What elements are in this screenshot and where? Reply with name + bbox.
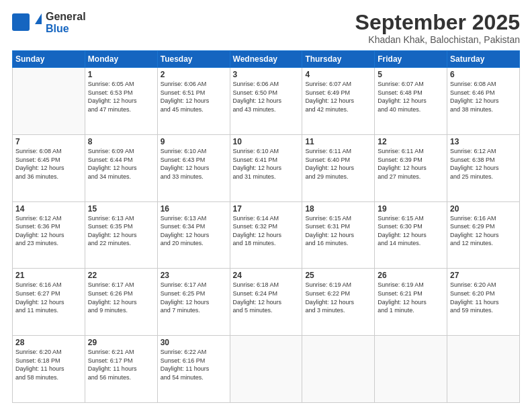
calendar-cell: 2Sunrise: 6:06 AM Sunset: 6:51 PM Daylig… <box>157 68 230 135</box>
day-info: Sunrise: 6:20 AM Sunset: 6:18 PM Dayligh… <box>15 348 82 381</box>
calendar-cell: 11Sunrise: 6:11 AM Sunset: 6:40 PM Dayli… <box>302 134 375 201</box>
day-number: 18 <box>305 204 371 214</box>
calendar-cell: 6Sunrise: 6:08 AM Sunset: 6:46 PM Daylig… <box>447 68 520 135</box>
day-number: 3 <box>233 70 300 79</box>
logo-general: General <box>46 11 86 23</box>
day-number: 29 <box>88 338 154 347</box>
day-info: Sunrise: 6:20 AM Sunset: 6:20 PM Dayligh… <box>450 281 517 314</box>
day-number: 10 <box>233 137 300 146</box>
calendar-cell: 27Sunrise: 6:20 AM Sunset: 6:20 PM Dayli… <box>447 269 520 336</box>
day-header-wednesday: Wednesday <box>230 51 302 68</box>
day-number: 11 <box>305 137 371 146</box>
day-info: Sunrise: 6:12 AM Sunset: 6:38 PM Dayligh… <box>450 147 517 181</box>
logo-blue: Blue <box>46 23 86 35</box>
calendar-cell: 24Sunrise: 6:18 AM Sunset: 6:24 PM Dayli… <box>230 269 302 336</box>
day-number: 4 <box>305 70 371 79</box>
calendar-cell: 8Sunrise: 6:09 AM Sunset: 6:44 PM Daylig… <box>85 134 157 201</box>
calendar-cell: 21Sunrise: 6:16 AM Sunset: 6:27 PM Dayli… <box>13 269 85 336</box>
day-number: 15 <box>88 204 154 214</box>
day-info: Sunrise: 6:08 AM Sunset: 6:46 PM Dayligh… <box>450 80 517 113</box>
page: General Blue September 2025 Khadan Khak,… <box>0 0 532 411</box>
calendar-cell: 22Sunrise: 6:17 AM Sunset: 6:26 PM Dayli… <box>85 269 157 336</box>
calendar-cell <box>375 336 447 403</box>
day-info: Sunrise: 6:19 AM Sunset: 6:22 PM Dayligh… <box>305 281 371 314</box>
day-number: 19 <box>378 204 444 214</box>
day-number: 1 <box>88 70 154 79</box>
calendar-week-2: 7Sunrise: 6:08 AM Sunset: 6:45 PM Daylig… <box>13 134 520 201</box>
calendar-cell: 16Sunrise: 6:13 AM Sunset: 6:34 PM Dayli… <box>157 201 230 269</box>
day-number: 28 <box>15 338 82 347</box>
location-subtitle: Khadan Khak, Balochistan, Pakistan <box>355 34 520 45</box>
day-number: 8 <box>88 137 154 146</box>
day-info: Sunrise: 6:11 AM Sunset: 6:39 PM Dayligh… <box>378 147 444 181</box>
calendar-cell: 28Sunrise: 6:20 AM Sunset: 6:18 PM Dayli… <box>13 336 85 403</box>
calendar-cell: 12Sunrise: 6:11 AM Sunset: 6:39 PM Dayli… <box>375 134 447 201</box>
calendar-cell: 30Sunrise: 6:22 AM Sunset: 6:16 PM Dayli… <box>157 336 230 403</box>
day-info: Sunrise: 6:16 AM Sunset: 6:27 PM Dayligh… <box>15 281 82 314</box>
day-number: 25 <box>305 271 371 280</box>
day-info: Sunrise: 6:10 AM Sunset: 6:41 PM Dayligh… <box>233 147 300 181</box>
day-info: Sunrise: 6:14 AM Sunset: 6:32 PM Dayligh… <box>233 214 300 248</box>
calendar-cell: 13Sunrise: 6:12 AM Sunset: 6:38 PM Dayli… <box>447 134 520 201</box>
day-info: Sunrise: 6:11 AM Sunset: 6:40 PM Dayligh… <box>305 147 371 181</box>
calendar-cell: 25Sunrise: 6:19 AM Sunset: 6:22 PM Dayli… <box>302 269 375 336</box>
calendar-cell: 5Sunrise: 6:07 AM Sunset: 6:48 PM Daylig… <box>375 68 447 135</box>
day-info: Sunrise: 6:13 AM Sunset: 6:34 PM Dayligh… <box>161 214 227 248</box>
day-number: 30 <box>161 338 227 347</box>
calendar-cell: 7Sunrise: 6:08 AM Sunset: 6:45 PM Daylig… <box>13 134 85 201</box>
calendar-week-4: 21Sunrise: 6:16 AM Sunset: 6:27 PM Dayli… <box>13 269 520 336</box>
day-info: Sunrise: 6:09 AM Sunset: 6:44 PM Dayligh… <box>88 147 154 181</box>
day-number: 27 <box>450 271 517 280</box>
calendar-cell: 9Sunrise: 6:10 AM Sunset: 6:43 PM Daylig… <box>157 134 230 201</box>
day-number: 9 <box>161 137 227 146</box>
day-info: Sunrise: 6:06 AM Sunset: 6:50 PM Dayligh… <box>233 80 300 113</box>
calendar-cell: 29Sunrise: 6:21 AM Sunset: 6:17 PM Dayli… <box>85 336 157 403</box>
day-info: Sunrise: 6:13 AM Sunset: 6:35 PM Dayligh… <box>88 214 154 248</box>
calendar-cell: 23Sunrise: 6:17 AM Sunset: 6:25 PM Dayli… <box>157 269 230 336</box>
day-info: Sunrise: 6:17 AM Sunset: 6:25 PM Dayligh… <box>161 281 227 314</box>
title-section: September 2025 Khadan Khak, Balochistan,… <box>355 11 520 45</box>
day-info: Sunrise: 6:08 AM Sunset: 6:45 PM Dayligh… <box>15 147 82 181</box>
day-number: 5 <box>378 70 444 79</box>
day-header-tuesday: Tuesday <box>157 51 230 68</box>
calendar-cell: 10Sunrise: 6:10 AM Sunset: 6:41 PM Dayli… <box>230 134 302 201</box>
calendar-cell: 19Sunrise: 6:15 AM Sunset: 6:30 PM Dayli… <box>375 201 447 269</box>
calendar-header-row: SundayMondayTuesdayWednesdayThursdayFrid… <box>13 51 520 68</box>
day-header-thursday: Thursday <box>302 51 375 68</box>
day-number: 17 <box>233 204 300 214</box>
calendar-cell: 26Sunrise: 6:19 AM Sunset: 6:21 PM Dayli… <box>375 269 447 336</box>
calendar-cell: 18Sunrise: 6:15 AM Sunset: 6:31 PM Dayli… <box>302 201 375 269</box>
day-number: 6 <box>450 70 517 79</box>
day-info: Sunrise: 6:07 AM Sunset: 6:48 PM Dayligh… <box>378 80 444 113</box>
day-info: Sunrise: 6:05 AM Sunset: 6:53 PM Dayligh… <box>88 80 154 113</box>
day-header-friday: Friday <box>375 51 447 68</box>
day-header-sunday: Sunday <box>13 51 85 68</box>
month-title: September 2025 <box>355 11 520 34</box>
day-number: 20 <box>450 204 517 214</box>
calendar-cell: 4Sunrise: 6:07 AM Sunset: 6:49 PM Daylig… <box>302 68 375 135</box>
calendar-cell: 14Sunrise: 6:12 AM Sunset: 6:36 PM Dayli… <box>13 201 85 269</box>
day-number: 23 <box>161 271 227 280</box>
day-info: Sunrise: 6:15 AM Sunset: 6:31 PM Dayligh… <box>305 214 371 248</box>
calendar-cell: 1Sunrise: 6:05 AM Sunset: 6:53 PM Daylig… <box>85 68 157 135</box>
day-info: Sunrise: 6:17 AM Sunset: 6:26 PM Dayligh… <box>88 281 154 314</box>
day-info: Sunrise: 6:19 AM Sunset: 6:21 PM Dayligh… <box>378 281 444 314</box>
calendar-cell: 20Sunrise: 6:16 AM Sunset: 6:29 PM Dayli… <box>447 201 520 269</box>
calendar-week-3: 14Sunrise: 6:12 AM Sunset: 6:36 PM Dayli… <box>13 201 520 269</box>
day-header-saturday: Saturday <box>447 51 520 68</box>
day-number: 12 <box>378 137 444 146</box>
day-number: 21 <box>15 271 82 280</box>
day-info: Sunrise: 6:07 AM Sunset: 6:49 PM Dayligh… <box>305 80 371 113</box>
day-number: 16 <box>161 204 227 214</box>
day-info: Sunrise: 6:22 AM Sunset: 6:16 PM Dayligh… <box>161 348 227 381</box>
day-info: Sunrise: 6:18 AM Sunset: 6:24 PM Dayligh… <box>233 281 300 314</box>
calendar-table: SundayMondayTuesdayWednesdayThursdayFrid… <box>12 50 520 403</box>
day-number: 22 <box>88 271 154 280</box>
day-info: Sunrise: 6:16 AM Sunset: 6:29 PM Dayligh… <box>450 214 517 248</box>
calendar-cell: 17Sunrise: 6:14 AM Sunset: 6:32 PM Dayli… <box>230 201 302 269</box>
day-info: Sunrise: 6:21 AM Sunset: 6:17 PM Dayligh… <box>88 348 154 381</box>
day-number: 7 <box>15 137 82 146</box>
day-number: 26 <box>378 271 444 280</box>
logo: General Blue <box>12 11 86 34</box>
day-number: 2 <box>161 70 227 79</box>
